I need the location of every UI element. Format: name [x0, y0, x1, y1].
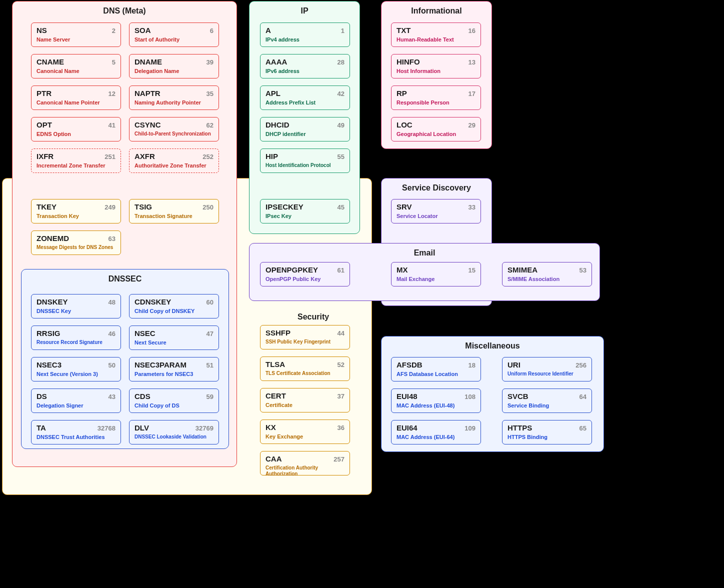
- record-hip[interactable]: HIP55Host Identification Protocol: [260, 148, 350, 173]
- record-code: DS: [36, 392, 116, 401]
- record-code: CERT: [266, 392, 344, 400]
- record-id: 252: [202, 153, 214, 160]
- record-https[interactable]: HTTPS65HTTPS Binding: [502, 420, 592, 444]
- record-soa[interactable]: SOA6Start of Authority: [129, 22, 219, 47]
- record-desc: Name Server: [36, 36, 116, 43]
- record-id: 12: [108, 90, 116, 98]
- record-apl[interactable]: APL42Address Prefix List: [260, 86, 350, 110]
- record-code: TKEY: [36, 203, 116, 212]
- record-caa[interactable]: CAA257Certification Authority Authorizat…: [260, 451, 350, 476]
- record-loc[interactable]: LOC29Geographical Location: [391, 117, 481, 142]
- record-id: 48: [108, 298, 116, 306]
- record-id: 64: [580, 393, 586, 400]
- record-code: RP: [396, 90, 476, 98]
- record-dhcid[interactable]: DHCID49DHCP identifier: [260, 117, 350, 142]
- record-dname[interactable]: DNAME39Delegation Name: [129, 54, 219, 78]
- record-desc: Next Secure: [134, 340, 214, 346]
- record-code: NSEC: [134, 330, 214, 338]
- record-tkey[interactable]: TKEY249Transaction Key: [31, 199, 121, 224]
- record-tsig[interactable]: TSIG250Transaction Signature: [129, 199, 219, 224]
- record-rp[interactable]: RP17Responsible Person: [391, 86, 481, 110]
- record-desc: Geographical Location: [396, 131, 476, 138]
- record-cert[interactable]: CERT37Certificate: [260, 388, 350, 412]
- record-id: 39: [206, 58, 214, 66]
- record-a[interactable]: A1IPv4 address: [260, 22, 350, 47]
- record-csync[interactable]: CSYNC62Child-to-Parent Synchronization: [129, 117, 219, 142]
- record-ptr[interactable]: PTR12Canonical Name Pointer: [31, 86, 121, 110]
- record-svcb[interactable]: SVCB64Service Binding: [502, 388, 592, 413]
- record-id: 32769: [196, 424, 214, 432]
- record-code: NSEC3: [36, 361, 116, 370]
- record-id: 61: [338, 266, 344, 274]
- record-id: 41: [108, 122, 116, 129]
- record-kx[interactable]: KX36Key Exchange: [260, 420, 350, 444]
- record-cds[interactable]: CDS59Child Copy of DS: [129, 388, 219, 413]
- record-ns[interactable]: NS2Name Server: [31, 22, 121, 47]
- record-code: KX: [266, 424, 344, 432]
- record-id: 60: [206, 298, 214, 306]
- record-id: 51: [206, 362, 214, 369]
- record-code: SRV: [396, 203, 476, 212]
- record-id: 36: [338, 424, 344, 432]
- record-hinfo[interactable]: HINFO13Host Information: [391, 54, 481, 78]
- record-desc: IPv4 address: [266, 36, 344, 43]
- record-srv[interactable]: SRV33Service Locator: [391, 199, 481, 224]
- record-eui48[interactable]: EUI48108MAC Address (EUI-48): [391, 388, 481, 413]
- record-nsec3param[interactable]: NSEC3PARAM51Parameters for NSEC3: [129, 357, 219, 382]
- record-uri[interactable]: URI256Uniform Resource Identifier: [502, 357, 592, 382]
- record-axfr[interactable]: AXFR252Authoritative Zone Transfer: [129, 148, 219, 173]
- record-id: 46: [108, 330, 116, 338]
- record-code: TLSA: [266, 360, 344, 369]
- record-ta[interactable]: TA32768DNSSEC Trust Authorities: [31, 420, 121, 444]
- record-desc: OpenPGP Public Key: [266, 276, 344, 282]
- group-title-email: Email: [250, 244, 600, 258]
- group-title-ip: IP: [250, 2, 360, 16]
- record-sshfp[interactable]: SSHFP44SSH Public Key Fingerprint: [260, 325, 350, 350]
- record-desc: Child Copy of DNSKEY: [134, 308, 214, 314]
- record-cname[interactable]: CNAME5Canonical Name: [31, 54, 121, 78]
- record-code: NAPTR: [134, 90, 214, 98]
- record-code: CDNSKEY: [134, 298, 214, 306]
- record-smimea[interactable]: SMIMEA53S/MIME Association: [502, 262, 592, 286]
- record-id: 47: [206, 330, 214, 338]
- record-afsdb[interactable]: AFSDB18AFS Database Location: [391, 357, 481, 382]
- record-rrsig[interactable]: RRSIG46Resource Record Signature: [31, 326, 121, 350]
- record-aaaa[interactable]: AAAA28IPv6 address: [260, 54, 350, 78]
- record-desc: Service Binding: [508, 402, 586, 409]
- record-naptr[interactable]: NAPTR35Naming Authority Pointer: [129, 86, 219, 110]
- record-id: 18: [468, 362, 476, 369]
- record-id: 6: [210, 27, 214, 34]
- record-ixfr[interactable]: IXFR251Incremental Zone Transfer: [31, 148, 121, 173]
- record-nsec3[interactable]: NSEC350Next Secure (Version 3): [31, 357, 121, 382]
- record-desc: Key Exchange: [266, 434, 344, 440]
- record-code: MX: [396, 266, 476, 274]
- record-desc: Message Digests for DNS Zones: [36, 244, 116, 250]
- record-desc: Transaction Key: [36, 213, 116, 220]
- record-eui64[interactable]: EUI64109MAC Address (EUI-64): [391, 420, 481, 444]
- record-desc: Host Information: [396, 68, 476, 74]
- record-id: 45: [338, 204, 344, 211]
- record-id: 2: [112, 27, 116, 34]
- record-ipseckey[interactable]: IPSECKEY45IPsec Key: [260, 199, 350, 224]
- record-openpgpkey[interactable]: OPENPGPKEY61OpenPGP Public Key: [260, 262, 350, 286]
- record-id: 44: [338, 330, 344, 337]
- record-tlsa[interactable]: TLSA52TLS Certificate Association: [260, 356, 350, 381]
- record-id: 59: [206, 393, 214, 400]
- record-mx[interactable]: MX15Mail Exchange: [391, 262, 481, 286]
- record-code: NS: [36, 26, 116, 35]
- record-id: 29: [468, 122, 476, 129]
- record-dlv[interactable]: DLV32769DNSSEC Lookaside Validation: [129, 420, 219, 444]
- record-opt[interactable]: OPT41EDNS Option: [31, 117, 121, 142]
- record-code: AAAA: [266, 58, 344, 66]
- record-code: CSYNC: [134, 121, 214, 130]
- record-desc: Parameters for NSEC3: [134, 371, 214, 378]
- record-ds[interactable]: DS43Delegation Signer: [31, 388, 121, 413]
- record-cdnskey[interactable]: CDNSKEY60Child Copy of DNSKEY: [129, 294, 219, 318]
- record-txt[interactable]: TXT16Human-Readable Text: [391, 22, 481, 47]
- record-code: AFSDB: [396, 361, 476, 370]
- record-code: OPT: [36, 121, 116, 130]
- record-nsec[interactable]: NSEC47Next Secure: [129, 326, 219, 350]
- record-dnskey[interactable]: DNSKEY48DNSSEC Key: [31, 294, 121, 318]
- record-id: 53: [580, 266, 586, 274]
- record-zonemd[interactable]: ZONEMD63Message Digests for DNS Zones: [31, 230, 121, 255]
